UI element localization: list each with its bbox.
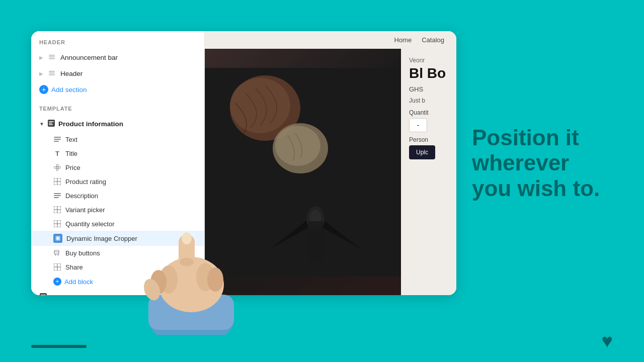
- svg-rect-4: [49, 73, 55, 74]
- sidebar-item-header[interactable]: ▶ Header: [31, 65, 204, 81]
- svg-point-52: [180, 258, 194, 266]
- lines-desc-icon: [53, 192, 61, 200]
- svg-rect-13: [57, 164, 58, 171]
- crosshair-variant-icon: [53, 206, 61, 214]
- template-section-label: TEMPLATE: [31, 98, 204, 116]
- buy-buttons-label: Buy buttons: [65, 249, 100, 257]
- heart-icon: ♥: [601, 330, 613, 352]
- sub-item-title[interactable]: T Title: [31, 146, 204, 160]
- svg-rect-10: [54, 137, 61, 138]
- svg-rect-20: [54, 197, 59, 198]
- svg-rect-12: [54, 141, 59, 142]
- right-text-block: Position it wherever you wish to.: [462, 31, 613, 295]
- preview-nav: Home Catalog: [205, 31, 456, 49]
- sidebar-item-announcement-bar[interactable]: ▶ Announcement bar: [31, 49, 204, 65]
- product-information-row[interactable]: ▼ Product information: [31, 116, 204, 132]
- price-label: Price: [65, 164, 80, 171]
- drag-icon: [47, 53, 56, 62]
- svg-rect-37: [41, 295, 46, 295]
- crosshair-share-icon: [53, 263, 61, 271]
- buy-icon: [53, 249, 61, 257]
- dynamic-image-icon: [53, 234, 62, 243]
- bottom-bar: [31, 345, 87, 348]
- svg-rect-3: [49, 71, 55, 72]
- description-label: Description: [65, 192, 98, 200]
- svg-rect-9: [49, 124, 53, 125]
- upload-button[interactable]: Uplc: [409, 145, 435, 159]
- variant-picker-label: Variant picker: [65, 206, 105, 214]
- svg-rect-7: [49, 121, 54, 122]
- hand-pointer: [131, 174, 272, 337]
- dynamic-image-cropper-label: Dynamic Image Cropper: [66, 235, 137, 242]
- nav-catalog[interactable]: Catalog: [422, 36, 444, 44]
- svg-point-29: [57, 237, 59, 239]
- drag-icon-2: [47, 69, 56, 78]
- background: HEADER ▶ Announcement bar ▶ Header + Add…: [0, 0, 644, 362]
- product-desc: Just b: [409, 97, 448, 104]
- svg-point-56: [207, 267, 223, 292]
- product-information-label: Product information: [58, 120, 123, 128]
- crosshair-price-icon: [53, 163, 61, 171]
- product-info-panel: Veonr Bl Bo GHS Just b Quantit - Person …: [401, 49, 456, 295]
- svg-rect-11: [54, 139, 61, 140]
- crosshair-qty-icon: [53, 220, 61, 228]
- header-section-label: HEADER: [31, 31, 204, 49]
- share-label: Share: [65, 263, 83, 271]
- svg-rect-18: [54, 193, 61, 194]
- svg-point-42: [230, 78, 290, 133]
- product-info-icon: [47, 119, 55, 129]
- svg-rect-14: [54, 167, 61, 168]
- text-label: Text: [65, 136, 77, 143]
- add-block-label: Add block: [64, 278, 93, 286]
- svg-rect-1: [49, 57, 55, 58]
- related-icon: [39, 293, 47, 295]
- svg-rect-19: [54, 195, 61, 196]
- product-brand: Veonr: [409, 57, 448, 64]
- title-icon: T: [53, 149, 61, 157]
- add-section-label: Add section: [51, 86, 87, 94]
- chevron-right-icon: ▶: [39, 55, 43, 60]
- title-label: Title: [65, 150, 77, 157]
- chevron-down-icon: ▼: [39, 121, 44, 127]
- position-text: Position it wherever you wish to.: [472, 125, 603, 202]
- crosshair-rating-icon: [53, 177, 61, 186]
- product-rating-label: Product rating: [65, 178, 106, 186]
- svg-rect-5: [49, 74, 55, 75]
- header-label: Header: [60, 70, 83, 77]
- quantity-box[interactable]: -: [409, 118, 427, 132]
- svg-point-44: [275, 126, 320, 166]
- product-price: GHS: [409, 85, 448, 93]
- related-products-label: Related products: [51, 294, 103, 295]
- svg-rect-8: [49, 123, 52, 124]
- quantity-label: Quantit: [409, 109, 448, 116]
- svg-point-32: [57, 254, 58, 255]
- svg-rect-0: [49, 55, 55, 56]
- add-section-button[interactable]: + Add section: [31, 81, 204, 98]
- svg-rect-2: [49, 58, 55, 59]
- svg-point-58: [182, 232, 192, 244]
- sub-item-price[interactable]: Price: [31, 160, 204, 174]
- svg-point-31: [55, 254, 56, 255]
- sub-item-text[interactable]: Text: [31, 132, 204, 146]
- nav-home[interactable]: Home: [394, 36, 412, 44]
- chevron-right-icon-2: ▶: [39, 71, 43, 76]
- quantity-selector-label: Quantity selector: [65, 220, 115, 228]
- product-title: Bl Bo: [409, 66, 448, 81]
- plus-circle-icon: +: [39, 85, 48, 94]
- plus-circle-sm-icon: +: [53, 278, 61, 286]
- announcement-bar-label: Announcement bar: [60, 54, 118, 61]
- lines-icon: [53, 135, 61, 143]
- personalization-label: Person: [409, 136, 448, 143]
- svg-rect-47: [308, 221, 323, 261]
